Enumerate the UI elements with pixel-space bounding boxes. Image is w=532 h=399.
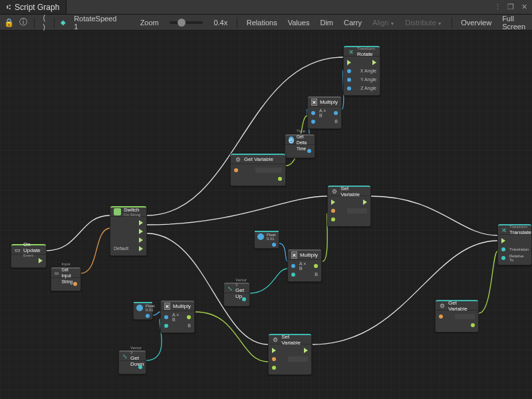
name-in-port[interactable] [234,168,238,172]
node-switch-on-string[interactable]: Switch On String Default [110,205,147,256]
info-icon[interactable]: ⓘ [19,17,27,28]
case-out-port[interactable] [139,229,143,234]
multiply-icon: × [164,303,170,310]
node-title: On Update [23,241,43,253]
transform-icon: ⤨ [501,226,507,233]
input-port[interactable] [347,78,351,82]
node-multiply[interactable]: × Multiply A × B B [287,249,322,282]
value-in-port[interactable] [331,217,335,221]
frame-all-icon[interactable]: ⟨ ⟩ [41,13,47,32]
fullscreen-button[interactable]: Full Screen [499,15,528,31]
breadcrumb[interactable]: RotateSpeed 1 [71,15,119,31]
b-in-port[interactable] [311,120,315,124]
node-set-variable[interactable]: ⚙ Set Variable [327,185,371,227]
toolbar: 🔒 ⓘ ⟨ ⟩ ◆ RotateSpeed 1 Zoom 0.4x Relati… [0,15,532,31]
values-toggle[interactable]: Values [285,19,313,27]
input-port[interactable] [347,86,351,90]
restore-button[interactable]: ❐ [505,3,516,11]
out-port[interactable] [138,365,142,369]
node-vector3-get-down[interactable]: ⤡ Vector 3 Get Down [118,350,146,374]
value-out-port[interactable] [278,177,282,181]
multiply-icon: × [311,98,317,106]
out-port[interactable] [314,264,318,268]
relations-toggle[interactable]: Relations [244,19,280,27]
multiply-icon: × [291,251,297,259]
more-button[interactable]: ⋮ [492,3,503,11]
value-in-port[interactable] [272,366,276,370]
node-get-input-string[interactable]: ∞ Input Get Input String [51,267,81,291]
wires-layer [0,31,532,399]
node-transform-rotate[interactable]: ⤨ Transform Rotate X Angle Y Angle Z Ang… [343,45,380,96]
variable-field[interactable] [347,208,367,213]
out-port[interactable] [334,111,338,115]
node-float-literal[interactable]: Float 0.01 [133,301,153,320]
name-in-port[interactable] [272,357,276,361]
variable-field[interactable] [455,314,475,319]
tab-script-graph[interactable]: ⑆ Script Graph [0,0,66,14]
variable-field[interactable] [255,168,282,173]
distribute-menu[interactable]: Distribute▼ [402,19,444,27]
node-multiply[interactable]: × Multiply A × B B [307,96,342,129]
node-kicker: Transform [509,225,531,229]
a-in-port[interactable] [291,264,295,268]
out-port[interactable] [307,149,311,153]
overview-button[interactable]: Overview [458,19,494,27]
name-in-port[interactable] [331,209,335,213]
zoom-thumb[interactable] [178,19,186,27]
breadcrumb-icon: ◆ [61,19,66,26]
input-port[interactable] [501,247,505,251]
zoom-slider[interactable] [170,21,203,24]
out-port[interactable] [242,297,246,301]
node-title: Set Variable [281,334,308,346]
out-port[interactable] [187,315,191,319]
node-multiply[interactable]: × Multiply A × B B [160,300,195,333]
default-out-port[interactable] [139,246,143,251]
node-title: Multiply [300,252,318,258]
lock-icon[interactable]: 🔒 [4,18,14,27]
flow-in-port[interactable] [272,348,276,353]
carry-toggle[interactable]: Carry [341,19,364,27]
tab-bar: ⑆ Script Graph ⋮ ❐ ✕ [0,0,532,15]
variable-field[interactable] [288,356,308,362]
flow-in-port[interactable] [347,60,351,65]
node-on-update[interactable]: ▭ On Update Event [11,243,47,268]
a-in-port[interactable] [311,111,315,115]
out-port[interactable] [146,314,150,318]
string-out-port[interactable] [73,282,77,286]
node-vector3-get-up[interactable]: ⤡ Vector 3 Get Up [223,282,250,307]
node-get-variable[interactable]: ⚙ Get Variable [230,153,286,186]
vector-icon: ⤡ [122,352,128,360]
input-port[interactable] [501,256,505,260]
case-out-port[interactable] [139,237,143,243]
b-in-port[interactable] [164,324,168,328]
b-in-port[interactable] [291,273,295,277]
node-title: Set Variable [340,186,367,198]
flow-out-port[interactable] [39,258,43,263]
flow-out-port[interactable] [363,200,367,205]
flow-out-port[interactable] [372,60,376,65]
input-port[interactable] [347,69,351,73]
node-kicker: Input [61,262,77,267]
node-kicker: Vector 3 [130,346,144,355]
node-transform-translate[interactable]: ⤨ Transform Translate Translation Relati… [497,223,532,265]
out-port[interactable] [272,243,276,247]
node-set-variable[interactable]: ⚙ Set Variable [268,333,312,375]
graph-canvas[interactable]: ▭ On Update Event ∞ Input Get Input Stri… [0,31,532,399]
case-out-port[interactable] [139,220,143,225]
chevron-down-icon: ▼ [390,21,394,26]
chevron-down-icon: ▼ [438,21,442,26]
close-button[interactable]: ✕ [519,3,529,11]
node-get-delta-time[interactable]: ◴ Time Get Delta Time [285,134,315,158]
a-in-port[interactable] [164,315,168,319]
dim-toggle[interactable]: Dim [317,19,336,27]
literal-value: 0.01 [146,308,154,312]
node-float-literal[interactable]: Float 0.01 [254,230,279,249]
flow-in-port[interactable] [501,238,505,243]
flow-in-port[interactable] [331,200,335,205]
node-kicker: Time [297,129,311,134]
align-menu[interactable]: Align▼ [370,19,397,27]
value-out-port[interactable] [471,323,475,327]
node-get-variable[interactable]: ⚙ Get Variable [435,299,479,332]
flow-out-port[interactable] [304,348,308,353]
name-in-port[interactable] [439,315,443,319]
